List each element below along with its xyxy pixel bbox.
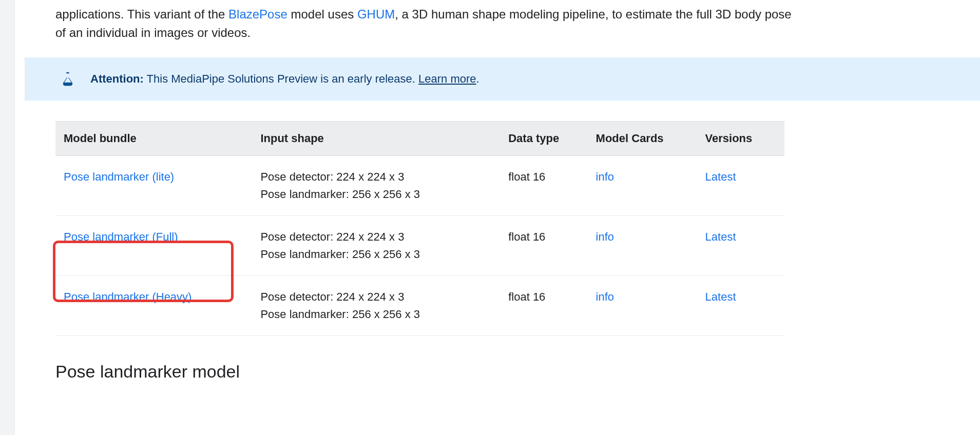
intro-seg2: model uses — [287, 7, 357, 21]
model-card-link[interactable]: info — [596, 170, 614, 183]
version-link[interactable]: Latest — [705, 290, 736, 303]
model-bundle-link-full[interactable]: Pose landmarker (Full) — [64, 230, 178, 243]
flask-icon — [60, 70, 76, 88]
model-card-link[interactable]: info — [596, 290, 614, 303]
col-header-data-type: Data type — [500, 122, 587, 156]
attention-period: . — [476, 72, 479, 85]
sidebar-edge — [0, 0, 15, 435]
intro-seg1: applications. This variant of the — [55, 7, 228, 21]
col-header-input-shape: Input shape — [252, 122, 500, 156]
table-row: Pose landmarker (Heavy) Pose detector: 2… — [55, 276, 784, 336]
shape-landmarker: Pose landmarker: 256 x 256 x 3 — [260, 306, 492, 323]
models-table-wrap: Model bundle Input shape Data type Model… — [55, 121, 784, 336]
shape-landmarker: Pose landmarker: 256 x 256 x 3 — [260, 246, 492, 263]
section-heading-pose-landmarker-model: Pose landmarker model — [55, 362, 980, 382]
shape-landmarker: Pose landmarker: 256 x 256 x 3 — [260, 186, 492, 203]
learn-more-link[interactable]: Learn more — [418, 72, 476, 85]
col-header-versions: Versions — [697, 122, 784, 156]
model-bundle-link-heavy[interactable]: Pose landmarker (Heavy) — [64, 290, 191, 303]
model-card-link[interactable]: info — [596, 230, 614, 243]
models-table: Model bundle Input shape Data type Model… — [55, 121, 784, 336]
version-link[interactable]: Latest — [705, 230, 736, 243]
attention-label: Attention: — [90, 72, 144, 85]
version-link[interactable]: Latest — [705, 170, 736, 183]
cell-input-shape: Pose detector: 224 x 224 x 3 Pose landma… — [252, 156, 500, 216]
cell-input-shape: Pose detector: 224 x 224 x 3 Pose landma… — [252, 276, 500, 336]
cell-dtype: float 16 — [500, 156, 587, 216]
model-bundle-link-lite[interactable]: Pose landmarker (lite) — [64, 170, 174, 183]
attention-text: Attention: This MediaPipe Solutions Prev… — [90, 72, 479, 86]
attention-banner: Attention: This MediaPipe Solutions Prev… — [25, 57, 980, 101]
shape-detector: Pose detector: 224 x 224 x 3 — [260, 288, 492, 306]
table-row: Pose landmarker (Full) Pose detector: 22… — [55, 216, 784, 276]
cell-dtype: float 16 — [500, 276, 587, 336]
col-header-model-cards: Model Cards — [588, 122, 697, 156]
shape-detector: Pose detector: 224 x 224 x 3 — [260, 228, 492, 246]
blazepose-link[interactable]: BlazePose — [228, 7, 287, 21]
col-header-bundle: Model bundle — [55, 122, 252, 156]
cell-input-shape: Pose detector: 224 x 224 x 3 Pose landma… — [252, 216, 500, 276]
attention-body: This MediaPipe Solutions Preview is an e… — [144, 72, 418, 85]
intro-paragraph: applications. This variant of the BlazeP… — [55, 5, 800, 42]
table-row: Pose landmarker (lite) Pose detector: 22… — [55, 156, 784, 216]
ghum-link[interactable]: GHUM — [357, 7, 395, 21]
shape-detector: Pose detector: 224 x 224 x 3 — [260, 168, 492, 186]
cell-dtype: float 16 — [500, 216, 587, 276]
table-header-row: Model bundle Input shape Data type Model… — [55, 122, 784, 156]
